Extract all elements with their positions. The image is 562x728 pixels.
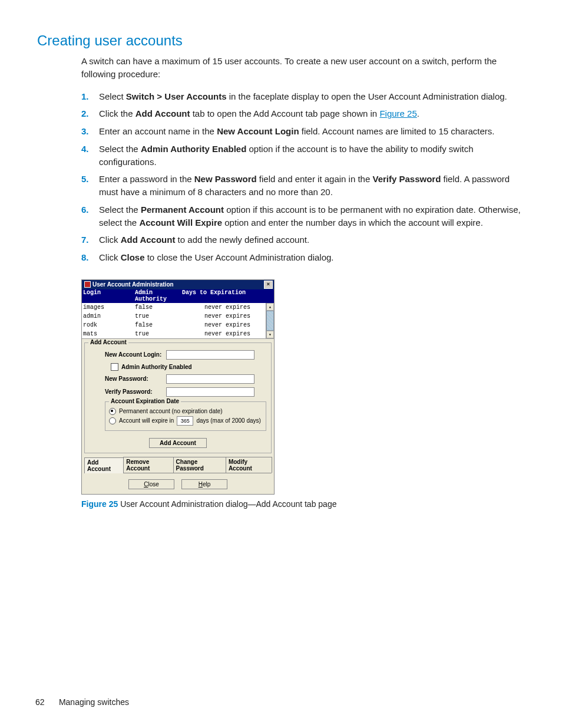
close-icon[interactable]: × — [264, 281, 273, 289]
step-1: Select Switch > User Accounts in the fac… — [81, 90, 521, 108]
add-account-button[interactable]: Add Account — [149, 438, 207, 448]
expiration-fieldset: Account Expiration Date Permanent accoun… — [105, 401, 266, 431]
step-5: Enter a password in the New Password fie… — [81, 173, 521, 203]
admin-authority-label: Admin Authority Enabled — [121, 364, 192, 370]
step-2: Click the Add Account tab to open the Ad… — [81, 107, 521, 125]
new-password-label: New Password: — [105, 375, 164, 382]
verify-password-input[interactable] — [166, 387, 254, 397]
user-account-dialog: User Account Administration × Login Admi… — [81, 279, 275, 495]
figure-label: Figure 25 — [81, 499, 118, 509]
admin-authority-checkbox[interactable] — [111, 363, 118, 371]
accounts-table: images false never expires admin true ne… — [82, 303, 274, 339]
col-login: Login — [83, 289, 133, 302]
section-name: Managing switches — [59, 697, 129, 707]
section-heading: Creating user accounts — [37, 32, 527, 49]
step-list: Select Switch > User Accounts in the fac… — [81, 90, 521, 269]
help-button[interactable]: Help — [181, 479, 227, 489]
new-login-input[interactable] — [166, 350, 254, 360]
table-row[interactable]: admin true never expires — [82, 312, 274, 321]
page-footer: 62 Managing switches — [35, 697, 129, 707]
add-account-fieldset: Add Account New Account Login: Admin Aut… — [84, 342, 272, 453]
figure-link[interactable]: Figure 25 — [379, 108, 416, 118]
scroll-thumb[interactable] — [266, 311, 274, 331]
new-login-label: New Account Login: — [105, 351, 164, 358]
dialog-title: User Account Administration — [92, 281, 174, 288]
permanent-radio[interactable] — [109, 408, 116, 415]
expiration-legend: Account Expiration Date — [109, 398, 181, 404]
tab-bar: Add Account Remove Account Change Passwo… — [84, 457, 272, 473]
new-password-input[interactable] — [166, 374, 254, 384]
intro-text: A switch can have a maximum of 15 user a… — [81, 55, 521, 81]
app-icon — [84, 281, 91, 288]
col-days-expiration: Days to Expiration — [182, 289, 273, 302]
col-admin-authority: Admin Authority — [135, 289, 180, 302]
close-button[interactable]: Close — [128, 479, 174, 489]
tab-remove-account[interactable]: Remove Account — [123, 457, 173, 473]
expire-post: days (max of 2000 days) — [196, 417, 261, 424]
step-4: Select the Admin Authority Enabled optio… — [81, 143, 521, 173]
tab-add-account[interactable]: Add Account — [84, 457, 124, 473]
dialog-titlebar[interactable]: User Account Administration × — [82, 280, 274, 289]
tab-modify-account[interactable]: Modify Account — [226, 457, 272, 473]
table-row[interactable]: rodk false never expires — [82, 321, 274, 330]
add-account-legend: Add Account — [88, 339, 128, 345]
scrollbar[interactable]: ▴ ▾ — [266, 303, 274, 338]
step-8: Click Close to close the User Account Ad… — [81, 251, 521, 269]
figure-text: User Account Administration dialog—Add A… — [118, 499, 336, 509]
will-expire-radio[interactable] — [109, 417, 116, 424]
figure-caption: Figure 25 User Account Administration di… — [81, 499, 527, 509]
permanent-label: Permanent account (no expiration date) — [119, 408, 223, 414]
tab-change-password[interactable]: Change Password — [173, 457, 226, 473]
table-row[interactable]: images false never expires — [82, 303, 274, 312]
days-input[interactable]: 365 — [177, 416, 193, 426]
scroll-down-icon[interactable]: ▾ — [266, 331, 274, 338]
step-7: Click Add Account to add the newly defin… — [81, 233, 521, 251]
verify-password-label: Verify Password: — [105, 388, 164, 395]
page-number: 62 — [35, 697, 57, 707]
expire-pre: Account will expire in — [119, 417, 174, 424]
scroll-up-icon[interactable]: ▴ — [266, 303, 274, 311]
table-row[interactable]: mats true never expires — [82, 330, 274, 339]
step-6: Select the Permanent Account option if t… — [81, 203, 521, 234]
table-header: Login Admin Authority Days to Expiration — [82, 289, 274, 303]
step-3: Enter an account name in the New Account… — [81, 125, 521, 143]
